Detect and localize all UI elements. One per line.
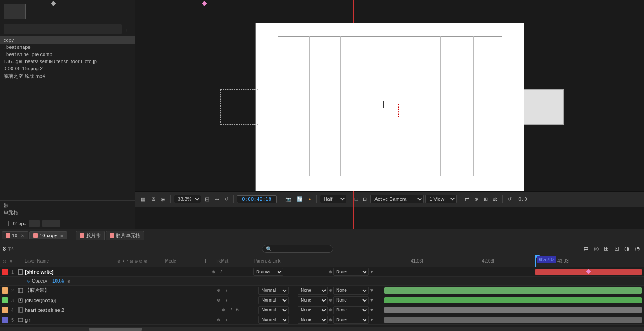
sidebar: ⑃ copy . beat shape . beat shine -pre co… [0, 0, 135, 229]
view-select[interactable]: 1 View [425, 195, 457, 203]
layer-5-chain-icon: ▼ [370, 317, 374, 322]
timeline-scrollbar[interactable] [0, 327, 644, 331]
canvas-selection-rect [383, 104, 399, 117]
header-icon-collapse [16, 259, 21, 263]
color-btn[interactable]: ● [306, 195, 313, 203]
zoom-btn[interactable]: ⊞ [203, 195, 211, 203]
snapshot-btn[interactable]: 📷 [283, 195, 293, 203]
layer-5-switch-pencil[interactable]: / [223, 316, 230, 323]
opacity-value: 100% [52, 279, 64, 283]
tab-10-copy-close[interactable]: ≡ [60, 233, 63, 238]
mask-btn[interactable]: ◉ [159, 195, 167, 203]
sidebar-item-png[interactable]: 0-00-06-15).png 2 [0, 65, 135, 72]
layer-5-parent-select[interactable]: None [333, 316, 369, 324]
sidebar-item-beat-shine[interactable]: . beat shine -pre comp [0, 51, 135, 58]
layer-2-switch-anchor[interactable]: ⊕ [215, 287, 222, 294]
layer-2-parent-icon: ⊕ [329, 288, 332, 293]
toggle-transparent-btn[interactable]: □ [353, 195, 360, 203]
show-snapshot-btn[interactable]: 🔄 [295, 195, 305, 203]
camera-select[interactable]: Active Camera [370, 195, 424, 203]
tab-jiaopian[interactable]: 胶片带 [76, 231, 105, 240]
toggle-region-btn[interactable]: ▦ [139, 195, 147, 203]
layer-1-mode[interactable]: Normal [253, 268, 283, 276]
tab-10[interactable]: 10 ✕ [2, 231, 28, 239]
zoom-mode-btn[interactable]: ↺ [223, 195, 230, 203]
switch-view-btn[interactable]: ⇄ [463, 195, 471, 203]
monitor-btn[interactable]: 🖥 [149, 195, 157, 203]
layer-2-bar [384, 287, 642, 294]
layer-1-parent-select[interactable]: None [333, 268, 369, 276]
layer-2-num: 2 [9, 288, 16, 293]
tl-playhead-line [535, 255, 536, 267]
solo-view-btn[interactable]: ⊕ [473, 195, 480, 203]
layer-2-mode[interactable]: Normal [258, 287, 289, 295]
slider[interactable] [42, 220, 60, 227]
outer-guide-right [524, 89, 564, 125]
layer-4-parent-select[interactable]: None [333, 306, 369, 314]
tab-jiaopian-unit[interactable]: 胶片单元格 [106, 231, 144, 240]
tl-tool-5[interactable]: ◑ [623, 244, 631, 253]
layer-1-parent-icon: ⊕ [329, 269, 332, 274]
layer-3-mode[interactable]: Normal [258, 296, 289, 304]
layer-3-left: 3 [divider(noop)] ⊕ / Normal None ⊕ [0, 296, 384, 304]
tab-10-copy[interactable]: 10-copy ≡ [29, 231, 67, 239]
layer-2-switch-pencil[interactable]: / [223, 287, 230, 294]
layer-5-switch-anchor[interactable]: ⊕ [215, 316, 222, 323]
layer-3-right [384, 295, 644, 305]
timecode-input[interactable] [237, 195, 277, 203]
layer-4-bar [384, 307, 642, 313]
tl-tool-1[interactable]: ⇄ [582, 244, 590, 253]
scrollbar-thumb[interactable] [89, 328, 142, 331]
current-frame: 8 [3, 245, 6, 252]
tl-tool-4[interactable]: ⊡ [612, 244, 621, 253]
sidebar-item-copy[interactable]: copy [0, 36, 135, 44]
quality-select[interactable]: Half [320, 195, 346, 203]
layer-4-mode[interactable]: Normal [258, 306, 289, 314]
preview-canvas[interactable] [255, 23, 524, 191]
sidebar-item-gel-beats[interactable]: 136...gel_beats! seifuku tenshi tooru_ot… [0, 58, 135, 65]
layer-2-trkmat[interactable]: None [298, 287, 328, 295]
layer-2-parent-select[interactable]: None [333, 287, 369, 295]
layer-1-chain-icon: ▼ [370, 269, 374, 274]
layer-3-switch-pencil[interactable]: / [223, 297, 230, 304]
toggle-grid-btn[interactable]: ⊡ [361, 195, 369, 203]
layer-4-chain-icon: ▼ [370, 307, 374, 312]
layer-4-switch-pencil[interactable]: / [228, 307, 235, 314]
timeline: 8 fps ⇄ ◎ ⊞ ⊡ ◑ ◔ ◎ # Layer Name ⊕ ★ ƒ ⊠… [0, 242, 644, 331]
bpc-label: 32 bpc [12, 221, 26, 226]
sidebar-item-beat-shape[interactable]: . beat shape [0, 44, 135, 51]
tl-tool-2[interactable]: ◎ [592, 244, 600, 253]
layer-4-right [384, 305, 644, 315]
layer-4-trkmat[interactable]: None [298, 306, 328, 314]
layer-4-type-icon [17, 307, 24, 314]
sep4 [316, 195, 317, 203]
zoom-select[interactable]: 33.3% [174, 195, 201, 203]
sidebar-search[interactable] [4, 24, 122, 34]
layer-1-switch-pencil[interactable]: / [218, 268, 225, 275]
layer-4-switch-anchor[interactable]: ⊕ [220, 307, 227, 314]
layer-4-left: 4 heart beat shine 2 ⊕ / fx Normal None … [0, 306, 384, 314]
sidebar-item-mp4[interactable]: 玻璃之空 原版.mp4 [0, 72, 135, 80]
sep1 [170, 195, 171, 203]
timeline-column-headers: ◎ # Layer Name ⊕ ★ ƒ ⊠ ⊕ ⊚ ⊕ Mode T TrkM… [0, 255, 644, 267]
reset-btn[interactable]: ↺ [506, 195, 513, 203]
layer-5-trkmat[interactable]: None [298, 316, 328, 324]
tl-left-headers: ◎ # Layer Name ⊕ ★ ƒ ⊠ ⊕ ⊚ ⊕ Mode T TrkM… [0, 255, 384, 267]
sep3 [280, 195, 280, 203]
tl-tool-3[interactable]: ⊞ [602, 244, 611, 253]
layer-3-parent-select[interactable]: None [333, 296, 369, 304]
tab-10-close[interactable]: ✕ [21, 233, 24, 238]
layer-1-switch-anchor[interactable]: ⊕ [210, 268, 217, 275]
sep6 [460, 195, 460, 203]
reset-exposure-btn[interactable]: ⚖ [491, 195, 499, 203]
canvas-vl4 [473, 36, 474, 176]
fit-btn[interactable]: ⇔ [213, 195, 221, 203]
thumbnail [4, 4, 26, 19]
timeline-search[interactable] [262, 245, 333, 253]
layer-3-switch-anchor[interactable]: ⊕ [215, 297, 222, 304]
trash-icon-btn[interactable] [29, 220, 40, 227]
layer-3-trkmat[interactable]: None [298, 296, 328, 304]
layer-5-mode[interactable]: Normal [258, 316, 289, 324]
tl-tool-6[interactable]: ◔ [633, 244, 641, 253]
comp-flowchart-btn[interactable]: ⊞ [482, 195, 489, 203]
